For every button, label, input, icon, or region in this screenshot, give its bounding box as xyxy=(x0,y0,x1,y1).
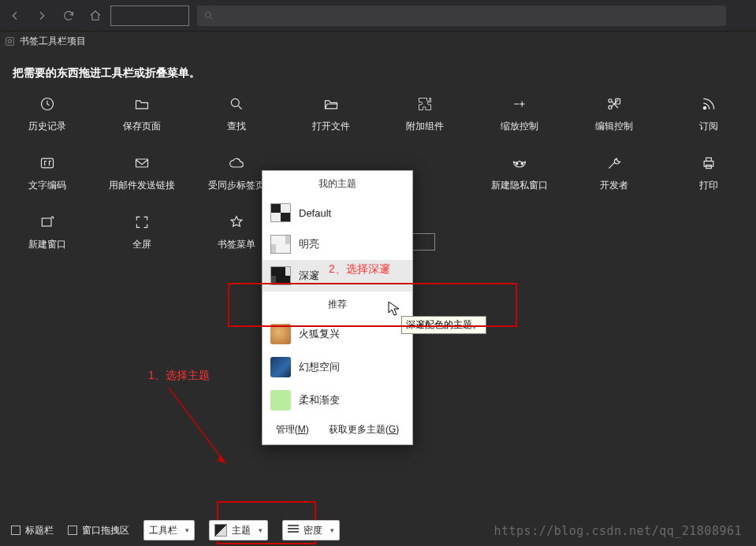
open-folder-icon xyxy=(322,96,340,112)
popup-my-themes-header: 我的主题 xyxy=(263,171,412,197)
forward-button[interactable] xyxy=(30,5,54,27)
tool-label: 附加组件 xyxy=(406,120,444,133)
svg-line-16 xyxy=(169,388,225,463)
hidden-behind-popup xyxy=(412,233,435,251)
mail-icon xyxy=(133,155,151,171)
tool-addons[interactable]: 附加组件 xyxy=(378,96,473,133)
tool-print[interactable]: 打印 xyxy=(661,155,756,192)
star-menu-icon xyxy=(228,214,245,230)
tool-zoom[interactable]: 缩放控制 xyxy=(472,96,567,133)
url-input[interactable] xyxy=(110,6,189,26)
tool-label: 文字编码 xyxy=(28,179,66,192)
tool-label: 新建窗口 xyxy=(28,238,66,251)
theme-popup: 我的主题 Default 明亮 深邃 推荐 火狐复兴 幻想空间 柔和渐变 管 xyxy=(262,170,413,445)
tool-label: 打开文件 xyxy=(312,120,350,133)
chevron-down-icon: ▾ xyxy=(330,526,334,534)
svg-rect-8 xyxy=(41,158,53,168)
svg-rect-15 xyxy=(42,218,51,226)
svg-point-11 xyxy=(521,163,523,165)
theme-thumb xyxy=(270,324,291,344)
theme-light[interactable]: 明亮 xyxy=(263,228,412,260)
theme-soft-gradient[interactable]: 柔和渐变 xyxy=(263,384,412,417)
get-more-themes-link[interactable]: 获取更多主题(G) xyxy=(329,423,399,436)
wrench-icon xyxy=(605,155,623,171)
back-button[interactable] xyxy=(3,5,27,27)
manage-themes-link[interactable]: 管理(M) xyxy=(276,423,309,436)
clock-icon xyxy=(39,96,56,112)
theme-dropdown[interactable]: 主题▾ xyxy=(209,520,268,540)
dropdown-label: 主题 xyxy=(232,524,251,537)
tool-new-window[interactable]: 新建窗口 xyxy=(0,214,95,251)
tool-fullscreen[interactable]: 全屏 xyxy=(95,214,189,251)
new-window-icon xyxy=(39,214,56,230)
theme-label: 幻想空间 xyxy=(299,360,340,374)
theme-thumb xyxy=(270,235,291,254)
u: G xyxy=(389,424,396,435)
star-icon xyxy=(5,36,15,46)
search-input[interactable] xyxy=(197,6,726,26)
svg-point-7 xyxy=(703,106,706,109)
rss-icon xyxy=(700,96,717,112)
tool-label: 订阅 xyxy=(699,120,718,133)
tool-edit[interactable]: 编辑控制 xyxy=(567,96,661,133)
theme-thumb xyxy=(270,390,291,410)
tool-label: 查找 xyxy=(227,120,246,133)
u: M xyxy=(298,424,306,435)
right-spacer xyxy=(729,5,753,27)
t: 管理( xyxy=(276,424,298,435)
tool-open-file[interactable]: 打开文件 xyxy=(284,96,378,133)
tool-developer[interactable]: 开发者 xyxy=(567,155,661,192)
tool-label: 全屏 xyxy=(132,238,151,251)
toolbar-dropdown[interactable]: 工具栏▾ xyxy=(143,520,195,540)
tool-label: 新建隐私窗口 xyxy=(491,179,548,192)
bookmark-toolbar-label: 书签工具栏项目 xyxy=(20,35,86,48)
reload-button[interactable] xyxy=(57,5,80,27)
top-nav xyxy=(0,0,756,32)
tool-label: 保存页面 xyxy=(123,120,161,133)
tool-rss[interactable]: 订阅 xyxy=(661,96,756,133)
theme-thumb xyxy=(270,266,291,285)
density-dropdown[interactable]: 密度▾ xyxy=(282,520,340,540)
tool-history[interactable]: 历史记录 xyxy=(0,96,95,133)
drag-region-checkbox[interactable]: 窗口拖拽区 xyxy=(68,524,129,537)
checkbox-icon xyxy=(68,526,77,535)
annotation-label-step1: 1、选择主题 xyxy=(148,369,210,383)
cut-copy-paste-icon xyxy=(605,96,623,112)
svg-point-0 xyxy=(205,12,210,17)
fullscreen-icon xyxy=(133,214,151,230)
theme-firefox-revival[interactable]: 火狐复兴 xyxy=(263,318,412,351)
theme-label: Default xyxy=(299,207,331,219)
theme-fantasy-space[interactable]: 幻想空间 xyxy=(263,351,412,384)
annotation-label-step2: 2、选择深邃 xyxy=(329,262,390,277)
tool-label: 开发者 xyxy=(600,179,628,192)
popup-footer: 管理(M) 获取更多主题(G) xyxy=(263,417,412,444)
theme-label: 柔和渐变 xyxy=(299,393,340,407)
svg-rect-9 xyxy=(136,159,147,167)
print-icon xyxy=(700,155,717,171)
bookmark-toolbar: 书签工具栏项目 xyxy=(0,32,756,50)
chevron-down-icon: ▾ xyxy=(185,526,189,534)
tool-save-page[interactable]: 保存页面 xyxy=(95,96,189,133)
svg-point-10 xyxy=(516,163,519,165)
svg-point-4 xyxy=(609,99,612,102)
puzzle-icon xyxy=(416,96,434,112)
watermark-text: https://blog.csdn.net/qq_21808961 xyxy=(493,524,742,538)
t: 获取更多主题( xyxy=(329,424,389,435)
chevron-down-icon: ▾ xyxy=(259,526,263,534)
folder-icon xyxy=(133,96,151,112)
tool-encoding[interactable]: 文字编码 xyxy=(0,155,95,192)
instruction-text: 把需要的东西拖进工具栏或折叠菜单。 xyxy=(0,50,756,88)
theme-default[interactable]: Default xyxy=(263,197,412,228)
tool-find[interactable]: 查找 xyxy=(189,96,284,133)
home-button[interactable] xyxy=(84,5,107,27)
t: ) xyxy=(306,424,309,435)
tool-email-link[interactable]: 用邮件发送链接 xyxy=(95,155,189,192)
search-icon xyxy=(228,96,245,112)
popup-recommended-header: 推荐 xyxy=(263,292,412,318)
titlebar-checkbox[interactable]: 标题栏 xyxy=(11,524,54,537)
svg-rect-12 xyxy=(704,162,713,167)
checkbox-icon xyxy=(11,526,20,535)
svg-point-5 xyxy=(609,106,612,109)
theme-label: 明亮 xyxy=(299,237,319,251)
tool-private[interactable]: 新建隐私窗口 xyxy=(472,155,567,192)
